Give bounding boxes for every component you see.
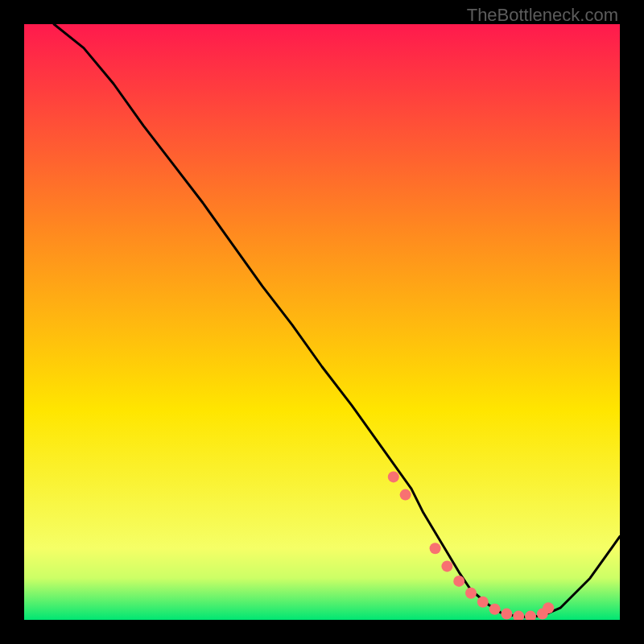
chart-canvas: [24, 24, 620, 620]
marker-dot: [441, 560, 452, 572]
marker-dot: [453, 576, 464, 587]
marker-dot: [501, 609, 512, 620]
watermark-text: TheBottleneck.com: [467, 5, 618, 26]
marker-dot: [388, 471, 399, 482]
marker-dot: [430, 543, 441, 554]
marker-dot: [543, 602, 554, 613]
marker-dot: [400, 489, 411, 501]
marker-dot: [477, 597, 489, 608]
marker-dot: [489, 604, 501, 615]
gradient-background: [24, 24, 620, 620]
chart-frame: [24, 24, 620, 620]
marker-dot: [465, 588, 477, 599]
